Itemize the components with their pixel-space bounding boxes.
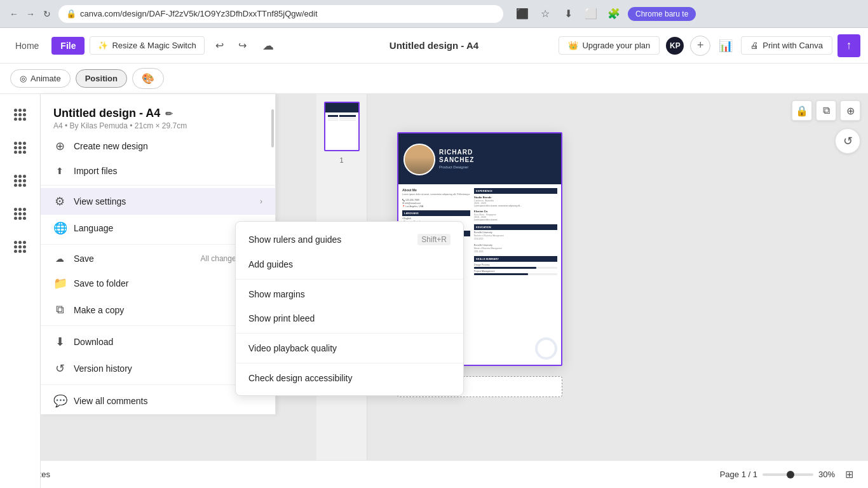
submenu-item-show-print-bleed[interactable]: Show print bleed bbox=[236, 306, 463, 330]
show-rulers-shortcut: Shift+R bbox=[417, 234, 451, 245]
view-settings-arrow-icon: › bbox=[260, 197, 262, 206]
submenu-item-video-playback-quality[interactable]: Video playback quality bbox=[236, 336, 463, 360]
file-title-text: Untitled design - A4 bbox=[53, 107, 160, 120]
menu-divider-1 bbox=[41, 185, 275, 186]
save-to-folder-label: Save to folder bbox=[74, 278, 262, 288]
split-view-button[interactable]: ⬜ bbox=[582, 5, 600, 23]
sparkle-icon: ✨ bbox=[98, 41, 108, 50]
view-settings-label: View settings bbox=[74, 196, 252, 207]
file-menu-item-import-files[interactable]: ⬆ Import files bbox=[41, 159, 275, 182]
file-meta: A4 • By Kilas Pemuda • 21cm × 29.7cm bbox=[53, 121, 262, 130]
address-bar[interactable]: 🔒 canva.com/design/DAF-Jf2zV5k/1O9Yz3Dfh… bbox=[58, 5, 503, 23]
resize-magic-switch-button[interactable]: ✨ Resize & Magic Switch bbox=[90, 36, 204, 55]
position-button[interactable]: Position bbox=[76, 69, 127, 88]
add-element-button[interactable]: ⊕ bbox=[840, 100, 860, 121]
canvas-top-actions: 🔒 ⧉ ⊕ bbox=[792, 100, 860, 121]
sidebar-elements-button[interactable] bbox=[5, 99, 36, 130]
save-icon: ☁ bbox=[53, 254, 66, 264]
upgrade-button[interactable]: 👑 Upgrade your plan bbox=[559, 36, 660, 55]
extensions-button[interactable]: 🧩 bbox=[605, 5, 623, 23]
duplicate-button[interactable]: ⧉ bbox=[816, 100, 836, 121]
create-new-design-label: Create new design bbox=[74, 141, 262, 151]
animate-icon: ◎ bbox=[20, 74, 27, 83]
import-files-label: Import files bbox=[74, 166, 262, 176]
sidebar-uploads-button[interactable] bbox=[5, 198, 36, 229]
show-rulers-guides-label: Show rulers and guides bbox=[248, 234, 341, 245]
submenu-item-add-guides[interactable]: Add guides bbox=[236, 252, 463, 276]
download-button[interactable]: ⬇ bbox=[559, 5, 577, 23]
url-text: canva.com/design/DAF-Jf2zV5k/1O9Yz3DfhDx… bbox=[80, 9, 318, 18]
paint-format-icon: 🎨 bbox=[142, 72, 154, 85]
upgrade-label: Upgrade your plan bbox=[582, 41, 650, 50]
bookmark-button[interactable]: ☆ bbox=[536, 5, 554, 23]
uploads-icon bbox=[14, 208, 26, 220]
app-bar: Home File ✨ Resize & Magic Switch ↩ ↪ ☁ … bbox=[0, 28, 868, 64]
sidebar-templates-button[interactable] bbox=[5, 132, 36, 163]
undo-button[interactable]: ↩ bbox=[210, 36, 230, 56]
brand-icon bbox=[14, 175, 26, 187]
lock-button[interactable]: 🔒 bbox=[792, 100, 812, 121]
language-icon: 🌐 bbox=[53, 221, 66, 235]
file-menu-header: Untitled design - A4 ✏ A4 • By Kilas Pem… bbox=[41, 94, 275, 133]
browser-reload-button[interactable]: ↻ bbox=[41, 8, 53, 20]
analytics-button[interactable]: 📊 bbox=[715, 36, 736, 56]
import-files-icon: ⬆ bbox=[53, 166, 66, 176]
submenu-item-show-rulers-guides[interactable]: Show rulers and guides Shift+R bbox=[236, 227, 463, 252]
zoom-level: 30% bbox=[818, 470, 835, 479]
create-new-design-icon: ⊕ bbox=[53, 139, 66, 153]
animate-button[interactable]: ◎ Animate bbox=[10, 69, 71, 88]
browser-actions: ⬛ ☆ ⬇ ⬜ 🧩 Chrome baru te bbox=[513, 5, 696, 23]
save-label: Save bbox=[74, 254, 193, 264]
print-button[interactable]: 🖨 Print with Canva bbox=[741, 36, 832, 55]
submenu-divider-1 bbox=[236, 279, 463, 280]
position-label: Position bbox=[85, 74, 118, 83]
view-comments-label: View all comments bbox=[74, 396, 262, 406]
grid-view-button[interactable]: ⊞ bbox=[840, 466, 858, 484]
refresh-view-button[interactable]: ↺ bbox=[835, 128, 860, 154]
file-button[interactable]: File bbox=[51, 37, 85, 55]
bottom-bar: ✏ Notes Page 1 / 1 30% ⊞ bbox=[0, 460, 868, 488]
submenu-item-check-accessibility[interactable]: Check design accessibility bbox=[236, 366, 463, 390]
view-settings-icon: ⚙ bbox=[53, 194, 66, 208]
add-collaborator-button[interactable]: + bbox=[690, 36, 710, 56]
paint-format-button[interactable]: 🎨 bbox=[132, 68, 164, 89]
download-icon: ⬇ bbox=[53, 335, 66, 349]
redo-button[interactable]: ↪ bbox=[233, 36, 253, 56]
submenu-divider-3 bbox=[236, 363, 463, 363]
animate-label: Animate bbox=[31, 74, 61, 83]
browser-bar: ← → ↻ 🔒 canva.com/design/DAF-Jf2zV5k/1O9… bbox=[0, 0, 868, 28]
undo-redo-controls: ↩ ↪ bbox=[210, 36, 253, 56]
sidebar-brand-button[interactable] bbox=[5, 165, 36, 196]
make-copy-label: Make a copy bbox=[74, 305, 262, 315]
edit-title-icon[interactable]: ✏ bbox=[165, 109, 173, 119]
cloud-save-button[interactable]: ☁ bbox=[258, 36, 278, 56]
sidebar-photos-button[interactable] bbox=[5, 231, 36, 262]
design-title: Untitled design - A4 bbox=[390, 40, 478, 51]
home-button[interactable]: Home bbox=[8, 37, 46, 55]
zoom-slider[interactable] bbox=[763, 473, 813, 476]
show-print-bleed-label: Show print bleed bbox=[248, 313, 315, 323]
page-thumbnail-1[interactable] bbox=[324, 102, 360, 151]
file-menu-item-view-settings[interactable]: ⚙ View settings › bbox=[41, 188, 275, 215]
scroll-thumb bbox=[271, 109, 274, 147]
elements-icon bbox=[14, 109, 26, 121]
add-guides-label: Add guides bbox=[248, 259, 293, 269]
comments-icon: 💬 bbox=[53, 394, 66, 408]
file-menu-item-create-new-design[interactable]: ⊕ Create new design bbox=[41, 133, 275, 159]
make-copy-icon: ⧉ bbox=[53, 303, 66, 316]
version-history-icon: ↺ bbox=[53, 362, 66, 376]
translate-button[interactable]: ⬛ bbox=[513, 5, 531, 23]
submenu-item-show-margins[interactable]: Show margins bbox=[236, 282, 463, 306]
zoom-thumb bbox=[787, 471, 794, 478]
show-margins-label: Show margins bbox=[248, 289, 305, 299]
user-avatar[interactable]: KP bbox=[665, 36, 685, 56]
share-button[interactable]: ↑ bbox=[837, 34, 860, 57]
browser-forward-button[interactable]: → bbox=[24, 8, 37, 20]
page-indicator: Page 1 / 1 bbox=[720, 470, 757, 479]
print-label: Print with Canva bbox=[763, 41, 823, 50]
browser-nav-controls: ← → ↻ bbox=[8, 8, 53, 20]
browser-back-button[interactable]: ← bbox=[8, 8, 20, 20]
left-sidebar bbox=[0, 94, 41, 488]
resize-magic-label: Resize & Magic Switch bbox=[112, 41, 196, 50]
lock-icon: 🔒 bbox=[66, 9, 76, 18]
